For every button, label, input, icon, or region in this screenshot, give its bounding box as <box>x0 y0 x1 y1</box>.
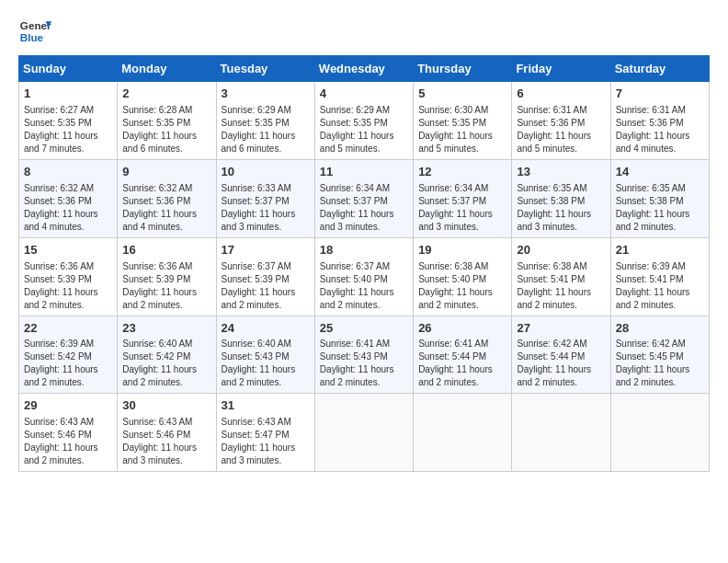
calendar-day-cell: 12Sunrise: 6:34 AMSunset: 5:37 PMDayligh… <box>414 159 512 237</box>
calendar-day-cell: 28Sunrise: 6:42 AMSunset: 5:45 PMDayligh… <box>610 316 709 394</box>
calendar-day-cell: 31Sunrise: 6:43 AMSunset: 5:47 PMDayligh… <box>216 394 314 472</box>
calendar-day-cell: 13Sunrise: 6:35 AMSunset: 5:38 PMDayligh… <box>512 159 610 237</box>
weekday-label: Thursday <box>414 56 512 82</box>
day-number: 22 <box>24 320 112 338</box>
calendar-week-row: 8Sunrise: 6:32 AMSunset: 5:36 PMDaylight… <box>19 159 710 237</box>
day-info: Sunrise: 6:34 AMSunset: 5:37 PMDaylight:… <box>320 182 408 234</box>
day-number: 10 <box>222 164 310 181</box>
day-number: 6 <box>517 86 605 103</box>
calendar-day-cell: 11Sunrise: 6:34 AMSunset: 5:37 PMDayligh… <box>314 159 413 237</box>
day-info: Sunrise: 6:40 AMSunset: 5:42 PMDaylight:… <box>122 338 210 389</box>
day-info: Sunrise: 6:35 AMSunset: 5:38 PMDaylight:… <box>517 182 605 234</box>
day-info: Sunrise: 6:27 AMSunset: 5:35 PMDaylight:… <box>24 104 112 155</box>
calendar-day-cell: 19Sunrise: 6:38 AMSunset: 5:40 PMDayligh… <box>414 237 512 316</box>
day-info: Sunrise: 6:30 AMSunset: 5:35 PMDaylight:… <box>418 104 506 155</box>
day-number: 23 <box>122 320 210 338</box>
header: General Blue <box>18 15 710 48</box>
day-number: 19 <box>418 242 506 259</box>
calendar-day-cell: 2Sunrise: 6:28 AMSunset: 5:35 PMDaylight… <box>118 82 216 160</box>
calendar-week-row: 1Sunrise: 6:27 AMSunset: 5:35 PMDaylight… <box>19 82 710 160</box>
weekday-label: Tuesday <box>216 56 314 82</box>
day-info: Sunrise: 6:29 AMSunset: 5:35 PMDaylight:… <box>222 104 310 155</box>
calendar-day-cell: 26Sunrise: 6:41 AMSunset: 5:44 PMDayligh… <box>414 316 512 394</box>
day-info: Sunrise: 6:31 AMSunset: 5:36 PMDaylight:… <box>517 104 605 155</box>
calendar-day-cell: 21Sunrise: 6:39 AMSunset: 5:41 PMDayligh… <box>610 237 709 316</box>
calendar-day-cell <box>314 394 413 472</box>
calendar-day-cell: 24Sunrise: 6:40 AMSunset: 5:43 PMDayligh… <box>216 316 314 394</box>
calendar-day-cell: 22Sunrise: 6:39 AMSunset: 5:42 PMDayligh… <box>19 316 118 394</box>
day-number: 8 <box>24 164 112 181</box>
calendar-day-cell: 6Sunrise: 6:31 AMSunset: 5:36 PMDaylight… <box>512 82 610 160</box>
day-info: Sunrise: 6:32 AMSunset: 5:36 PMDaylight:… <box>24 182 112 234</box>
day-number: 30 <box>122 397 210 415</box>
calendar-week-row: 29Sunrise: 6:43 AMSunset: 5:46 PMDayligh… <box>19 394 710 472</box>
calendar-day-cell: 9Sunrise: 6:32 AMSunset: 5:36 PMDaylight… <box>118 159 216 237</box>
day-info: Sunrise: 6:38 AMSunset: 5:40 PMDaylight:… <box>418 260 506 312</box>
day-number: 2 <box>122 86 210 103</box>
weekday-header-row: SundayMondayTuesdayWednesdayThursdayFrid… <box>19 56 710 82</box>
calendar-week-row: 15Sunrise: 6:36 AMSunset: 5:39 PMDayligh… <box>19 237 710 316</box>
day-number: 3 <box>222 86 310 103</box>
calendar-day-cell: 23Sunrise: 6:40 AMSunset: 5:42 PMDayligh… <box>118 316 216 394</box>
day-info: Sunrise: 6:38 AMSunset: 5:41 PMDaylight:… <box>517 260 605 312</box>
weekday-label: Wednesday <box>314 56 413 82</box>
calendar-body: 1Sunrise: 6:27 AMSunset: 5:35 PMDaylight… <box>19 82 710 472</box>
calendar-day-cell: 10Sunrise: 6:33 AMSunset: 5:37 PMDayligh… <box>216 159 314 237</box>
svg-text:General: General <box>20 19 51 31</box>
calendar-day-cell: 15Sunrise: 6:36 AMSunset: 5:39 PMDayligh… <box>19 237 118 316</box>
day-number: 11 <box>320 164 408 181</box>
day-number: 25 <box>320 320 408 338</box>
day-number: 31 <box>222 397 310 415</box>
calendar-day-cell <box>414 394 512 472</box>
day-number: 24 <box>222 320 310 338</box>
calendar-day-cell <box>512 394 610 472</box>
day-info: Sunrise: 6:37 AMSunset: 5:40 PMDaylight:… <box>320 260 408 312</box>
weekday-label: Monday <box>118 56 216 82</box>
calendar-week-row: 22Sunrise: 6:39 AMSunset: 5:42 PMDayligh… <box>19 316 710 394</box>
day-info: Sunrise: 6:36 AMSunset: 5:39 PMDaylight:… <box>122 260 210 312</box>
day-info: Sunrise: 6:43 AMSunset: 5:46 PMDaylight:… <box>122 416 210 467</box>
calendar-day-cell: 30Sunrise: 6:43 AMSunset: 5:46 PMDayligh… <box>118 394 216 472</box>
day-info: Sunrise: 6:31 AMSunset: 5:36 PMDaylight:… <box>616 104 704 155</box>
day-info: Sunrise: 6:43 AMSunset: 5:47 PMDaylight:… <box>222 416 310 467</box>
day-info: Sunrise: 6:42 AMSunset: 5:44 PMDaylight:… <box>517 338 605 389</box>
day-info: Sunrise: 6:34 AMSunset: 5:37 PMDaylight:… <box>418 182 506 234</box>
day-info: Sunrise: 6:41 AMSunset: 5:43 PMDaylight:… <box>320 338 408 389</box>
day-number: 15 <box>24 242 112 259</box>
calendar-day-cell: 17Sunrise: 6:37 AMSunset: 5:39 PMDayligh… <box>216 237 314 316</box>
day-info: Sunrise: 6:35 AMSunset: 5:38 PMDaylight:… <box>616 182 704 234</box>
weekday-label: Friday <box>512 56 610 82</box>
day-info: Sunrise: 6:43 AMSunset: 5:46 PMDaylight:… <box>24 416 112 467</box>
weekday-label: Saturday <box>610 56 709 82</box>
calendar-day-cell: 25Sunrise: 6:41 AMSunset: 5:43 PMDayligh… <box>314 316 413 394</box>
day-info: Sunrise: 6:39 AMSunset: 5:41 PMDaylight:… <box>616 260 704 312</box>
day-number: 14 <box>616 164 704 181</box>
day-number: 28 <box>616 320 704 338</box>
day-number: 13 <box>517 164 605 181</box>
day-number: 18 <box>320 242 408 259</box>
calendar-day-cell: 18Sunrise: 6:37 AMSunset: 5:40 PMDayligh… <box>314 237 413 316</box>
day-number: 1 <box>24 86 112 103</box>
calendar-day-cell: 4Sunrise: 6:29 AMSunset: 5:35 PMDaylight… <box>314 82 413 160</box>
day-info: Sunrise: 6:37 AMSunset: 5:39 PMDaylight:… <box>222 260 310 312</box>
day-info: Sunrise: 6:33 AMSunset: 5:37 PMDaylight:… <box>222 182 310 234</box>
day-info: Sunrise: 6:41 AMSunset: 5:44 PMDaylight:… <box>418 338 506 389</box>
day-number: 20 <box>517 242 605 259</box>
calendar-day-cell: 29Sunrise: 6:43 AMSunset: 5:46 PMDayligh… <box>19 394 118 472</box>
calendar-day-cell: 5Sunrise: 6:30 AMSunset: 5:35 PMDaylight… <box>414 82 512 160</box>
day-info: Sunrise: 6:29 AMSunset: 5:35 PMDaylight:… <box>320 104 408 155</box>
weekday-label: Sunday <box>19 56 118 82</box>
calendar-day-cell: 8Sunrise: 6:32 AMSunset: 5:36 PMDaylight… <box>19 159 118 237</box>
day-number: 4 <box>320 86 408 103</box>
day-number: 16 <box>122 242 210 259</box>
calendar-day-cell: 3Sunrise: 6:29 AMSunset: 5:35 PMDaylight… <box>216 82 314 160</box>
svg-text:Blue: Blue <box>20 31 44 43</box>
calendar-day-cell: 1Sunrise: 6:27 AMSunset: 5:35 PMDaylight… <box>19 82 118 160</box>
day-info: Sunrise: 6:39 AMSunset: 5:42 PMDaylight:… <box>24 338 112 389</box>
day-number: 27 <box>517 320 605 338</box>
calendar-day-cell: 27Sunrise: 6:42 AMSunset: 5:44 PMDayligh… <box>512 316 610 394</box>
logo: General Blue <box>18 15 51 48</box>
day-number: 9 <box>122 164 210 181</box>
day-number: 7 <box>616 86 704 103</box>
day-number: 5 <box>418 86 506 103</box>
